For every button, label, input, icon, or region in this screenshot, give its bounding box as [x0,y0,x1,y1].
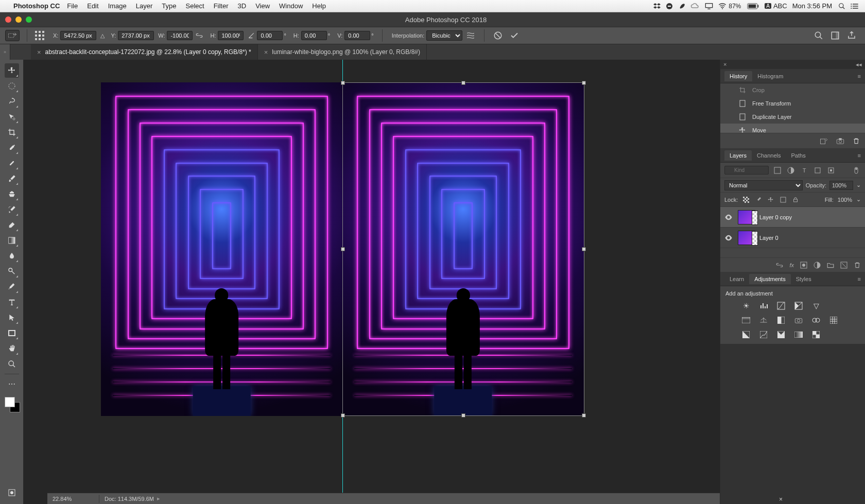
blur-tool[interactable] [5,249,19,263]
history-brush-tool[interactable] [5,202,19,217]
rectangle-tool[interactable] [5,326,19,340]
color-balance-icon[interactable] [758,315,769,325]
fill-dropdown-icon[interactable]: ⌄ [856,196,861,203]
tab-adjustments[interactable]: Adjustments [749,274,791,284]
gradient-tool[interactable] [5,233,19,248]
layer-row[interactable]: Layer 0 [720,228,865,248]
delete-layer-icon[interactable] [854,262,861,269]
menu-file[interactable]: File [67,2,78,10]
tab-learn[interactable]: Learn [724,274,749,284]
pen-tool[interactable] [5,280,19,294]
lock-transparent-icon[interactable] [742,196,750,204]
brush-tool[interactable] [5,171,19,186]
photo-filter-icon[interactable] [793,315,804,325]
timeline-close-icon[interactable]: × [779,496,783,503]
transform-handle-tl[interactable] [341,81,345,85]
menu-edit[interactable]: Edit [87,2,98,10]
current-tool-icon[interactable] [5,30,20,41]
path-select-tool[interactable] [5,310,19,325]
layer-name[interactable]: Layer 0 copy [759,214,792,220]
status-round-icon[interactable] [666,3,673,10]
brightness-icon[interactable]: ☀ [741,301,751,311]
transform-handle-br[interactable] [582,413,586,418]
new-doc-from-state-icon[interactable] [820,137,828,145]
link-layers-icon[interactable] [776,262,783,269]
foreground-color-swatch[interactable] [5,397,15,407]
snapshot-icon[interactable] [836,137,844,145]
document-tab-2[interactable]: × luminar-white-biglogo.png @ 100% (Laye… [258,44,427,60]
lock-paint-icon[interactable] [754,196,763,204]
levels-icon[interactable] [758,301,769,311]
transform-handle-mr[interactable] [582,247,586,251]
minimize-window-button[interactable] [15,16,22,23]
h-input[interactable] [218,31,244,40]
transform-box[interactable] [342,82,584,416]
opacity-value[interactable]: 100% [829,181,853,190]
canvas-area[interactable]: document.write(Array.from({length:9},(_,… [24,60,720,504]
fill-value[interactable]: 100% [838,197,852,203]
dropbox-icon[interactable] [653,3,661,10]
status-menu-chevron-icon[interactable]: ▸ [157,495,160,502]
menu-list-icon[interactable] [851,3,859,10]
interp-select[interactable]: Bicubic [426,30,462,41]
lock-artboard-icon[interactable] [779,196,787,204]
history-item-crop[interactable]: Crop [720,83,865,97]
cancel-transform-icon[interactable] [492,29,504,42]
filter-type-icon[interactable]: T [800,166,809,175]
lasso-tool[interactable] [5,94,19,109]
transform-handle-ml[interactable] [341,247,345,251]
exposure-icon[interactable] [793,301,804,311]
transform-handle-tr[interactable] [582,81,586,85]
visibility-icon[interactable] [724,214,734,220]
filter-pixel-icon[interactable] [773,166,782,175]
clock[interactable]: Mon 3:56 PM [792,2,832,10]
eyedropper-tool[interactable] [5,141,19,155]
link-wh-icon[interactable] [196,32,203,39]
fx-icon[interactable]: fx [789,262,794,268]
panel-menu-icon[interactable]: ≡ [858,152,861,159]
selective-color-icon[interactable] [811,329,821,340]
panel-menu-icon[interactable]: ≡ [858,73,861,79]
move-tool[interactable] [5,63,19,78]
gradient-map-icon[interactable] [793,329,804,340]
x-input[interactable] [60,31,96,40]
hue-icon[interactable] [741,315,751,325]
threshold-icon[interactable] [776,329,786,340]
panel-close-icon[interactable]: × [723,61,726,67]
close-tab-icon[interactable]: × [264,48,268,56]
tab-history[interactable]: History [724,71,752,81]
marquee-tool[interactable] [5,79,19,93]
lock-all-icon[interactable] [791,196,800,204]
menu-window[interactable]: Window [279,2,303,10]
tab-layers[interactable]: Layers [724,150,752,161]
adjustment-layer-icon[interactable] [814,262,821,269]
type-tool[interactable] [5,295,19,309]
tab-channels[interactable]: Channels [752,150,786,161]
tab-histogram[interactable]: Histogram [752,71,788,81]
color-lookup-icon[interactable] [828,315,839,325]
doc-tabs-expand[interactable]: » [0,44,10,60]
tab-paths[interactable]: Paths [786,150,811,161]
hand-tool[interactable] [5,341,19,356]
history-item-move[interactable]: Move [720,124,865,133]
blend-mode-select[interactable]: Normal [724,180,803,190]
transform-handle-tc[interactable] [461,81,465,85]
quick-select-tool[interactable] [5,110,19,124]
wifi-icon[interactable] [718,3,726,10]
display-icon[interactable] [705,3,713,10]
menu-type[interactable]: Type [162,2,176,10]
new-layer-icon[interactable] [840,262,847,269]
opacity-dropdown-icon[interactable]: ⌄ [856,182,861,188]
zoom-tool[interactable] [5,357,19,371]
input-source[interactable]: AABC [765,2,787,10]
menu-view[interactable]: View [255,2,270,10]
panel-menu-icon[interactable]: ≡ [858,276,861,282]
filter-toggle-icon[interactable] [852,166,861,175]
panel-collapse-icon[interactable]: ◂◂ [856,61,862,68]
commit-transform-icon[interactable] [508,29,521,42]
lock-position-icon[interactable] [767,196,775,204]
menu-select[interactable]: Select [185,2,204,10]
close-window-button[interactable] [5,16,11,23]
transform-handle-bl[interactable] [341,413,345,418]
bw-icon[interactable] [776,315,786,325]
